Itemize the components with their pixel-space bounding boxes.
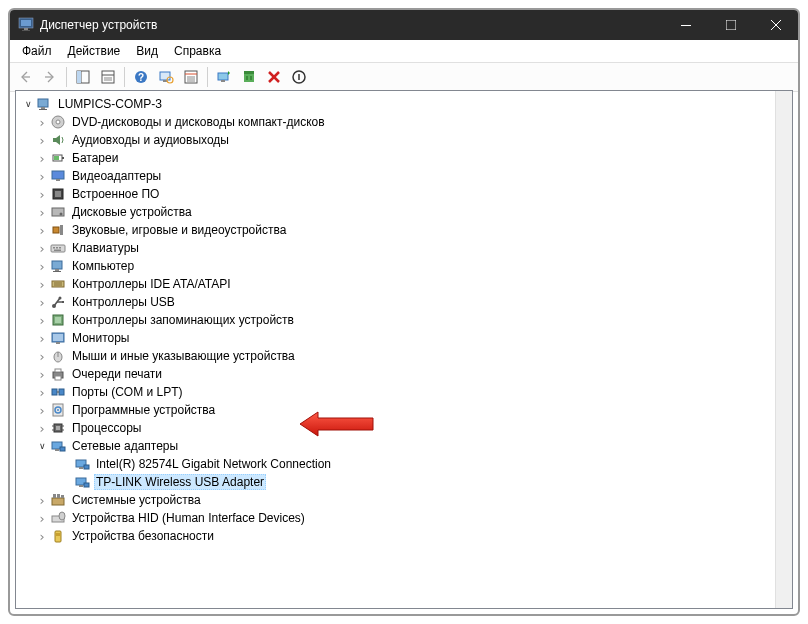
chevron-right-icon[interactable]: › (34, 367, 50, 382)
tree-category[interactable]: ›Устройства HID (Human Interface Devices… (16, 509, 792, 527)
tree-category[interactable]: ›Батареи (16, 149, 792, 167)
svg-rect-76 (52, 389, 57, 395)
chevron-right-icon[interactable]: › (34, 115, 50, 130)
chevron-right-icon[interactable]: › (34, 349, 50, 364)
chevron-right-icon[interactable]: › (34, 205, 50, 220)
properties-button-2[interactable] (180, 66, 202, 88)
tree-category[interactable]: ›Встроенное ПО (16, 185, 792, 203)
svg-rect-90 (60, 447, 65, 451)
tree-category-label: Мониторы (70, 331, 131, 345)
tree-category[interactable]: ›Процессоры (16, 419, 792, 437)
device-tree-pane[interactable]: ∨LUMPICS-COMP-3›DVD-дисководы и дисковод… (15, 90, 793, 609)
tree-device-label: TP-LINK Wireless USB Adapter (94, 474, 266, 490)
chevron-right-icon[interactable]: › (34, 493, 50, 508)
maximize-button[interactable] (708, 10, 753, 40)
tree-category[interactable]: ›Программные устройства (16, 401, 792, 419)
menu-action[interactable]: Действие (60, 42, 129, 60)
tree-category[interactable]: ›Видеоадаптеры (16, 167, 792, 185)
scrollbar[interactable] (775, 91, 792, 608)
tree-device[interactable]: Intel(R) 82574L Gigabit Network Connecti… (16, 455, 792, 473)
forward-button[interactable] (39, 66, 61, 88)
chevron-right-icon[interactable]: › (34, 511, 50, 526)
tree-category-label: Порты (COM и LPT) (70, 385, 185, 399)
chevron-right-icon[interactable]: › (34, 133, 50, 148)
scan-hardware-button[interactable] (155, 66, 177, 88)
tree-category[interactable]: ›Контроллеры IDE ATA/ATAPI (16, 275, 792, 293)
close-button[interactable] (753, 10, 798, 40)
tree-category[interactable]: ›Порты (COM и LPT) (16, 383, 792, 401)
tree-category-label: Очереди печати (70, 367, 164, 381)
tree-category[interactable]: ›Системные устройства (16, 491, 792, 509)
category-icon (50, 510, 66, 526)
tree-device[interactable]: TP-LINK Wireless USB Adapter (16, 473, 792, 491)
tree-category[interactable]: ›Очереди печати (16, 365, 792, 383)
svg-rect-54 (54, 250, 61, 252)
chevron-right-icon[interactable]: › (34, 403, 50, 418)
chevron-right-icon[interactable]: › (34, 313, 50, 328)
update-driver-button[interactable] (213, 66, 235, 88)
chevron-down-icon[interactable]: ∨ (20, 99, 36, 109)
back-button[interactable] (14, 66, 36, 88)
chevron-right-icon[interactable]: › (34, 529, 50, 544)
chevron-right-icon[interactable]: › (34, 295, 50, 310)
chevron-right-icon[interactable]: › (34, 421, 50, 436)
show-hide-button[interactable] (72, 66, 94, 88)
svg-rect-70 (56, 342, 60, 344)
tree-category-label: DVD-дисководы и дисководы компакт-дисков (70, 115, 327, 129)
tree-category[interactable]: ›Дисковые устройства (16, 203, 792, 221)
svg-rect-74 (55, 369, 61, 372)
category-icon (50, 276, 66, 292)
svg-rect-89 (55, 449, 59, 451)
svg-rect-35 (41, 107, 45, 109)
chevron-down-icon[interactable]: ∨ (34, 441, 50, 451)
chevron-right-icon[interactable]: › (34, 331, 50, 346)
tree-category-label: Системные устройства (70, 493, 203, 507)
svg-rect-99 (57, 494, 60, 498)
category-icon (50, 240, 66, 256)
chevron-right-icon[interactable]: › (34, 385, 50, 400)
tree-category[interactable]: ›Мониторы (16, 329, 792, 347)
chevron-right-icon[interactable]: › (34, 259, 50, 274)
tree-category-label: Контроллеры IDE ATA/ATAPI (70, 277, 233, 291)
enable-button[interactable] (288, 66, 310, 88)
svg-rect-58 (52, 281, 64, 287)
disable-button[interactable] (263, 66, 285, 88)
tree-category-label: Сетевые адаптеры (70, 439, 180, 453)
toolbar: ? (10, 63, 798, 92)
tree-device-label: Intel(R) 82574L Gigabit Network Connecti… (94, 457, 333, 471)
tree-category-label: Встроенное ПО (70, 187, 161, 201)
minimize-button[interactable] (663, 10, 708, 40)
tree-category[interactable]: ∨Сетевые адаптеры (16, 437, 792, 455)
tree-category-label: Дисковые устройства (70, 205, 194, 219)
chevron-right-icon[interactable]: › (34, 151, 50, 166)
svg-rect-104 (56, 533, 60, 536)
tree-category[interactable]: ›Контроллеры USB (16, 293, 792, 311)
help-button[interactable]: ? (130, 66, 152, 88)
chevron-right-icon[interactable]: › (34, 241, 50, 256)
menu-view[interactable]: Вид (128, 42, 166, 60)
chevron-right-icon[interactable]: › (34, 187, 50, 202)
svg-rect-75 (55, 376, 61, 380)
properties-button[interactable] (97, 66, 119, 88)
tree-root[interactable]: ∨LUMPICS-COMP-3 (16, 95, 792, 113)
menu-help[interactable]: Справка (166, 42, 229, 60)
svg-rect-3 (22, 30, 30, 31)
tree-category[interactable]: ›Мыши и иные указывающие устройства (16, 347, 792, 365)
tree-category[interactable]: ›Устройства безопасности (16, 527, 792, 545)
tree-category-label: Мыши и иные указывающие устройства (70, 349, 297, 363)
tree-category[interactable]: ›DVD-дисководы и дисководы компакт-диско… (16, 113, 792, 131)
svg-rect-92 (79, 467, 83, 469)
tree-category[interactable]: ›Компьютер (16, 257, 792, 275)
chevron-right-icon[interactable]: › (34, 223, 50, 238)
tree-category[interactable]: ›Звуковые, игровые и видеоустройства (16, 221, 792, 239)
tree-category[interactable]: ›Аудиовходы и аудиовыходы (16, 131, 792, 149)
chevron-right-icon[interactable]: › (34, 169, 50, 184)
uninstall-button[interactable] (238, 66, 260, 88)
tree-category-label: Программные устройства (70, 403, 217, 417)
svg-rect-77 (59, 389, 64, 395)
chevron-right-icon[interactable]: › (34, 277, 50, 292)
device-tree[interactable]: ∨LUMPICS-COMP-3›DVD-дисководы и дисковод… (16, 95, 792, 545)
tree-category[interactable]: ›Клавиатуры (16, 239, 792, 257)
tree-category[interactable]: ›Контроллеры запоминающих устройств (16, 311, 792, 329)
menu-file[interactable]: Файл (14, 42, 60, 60)
